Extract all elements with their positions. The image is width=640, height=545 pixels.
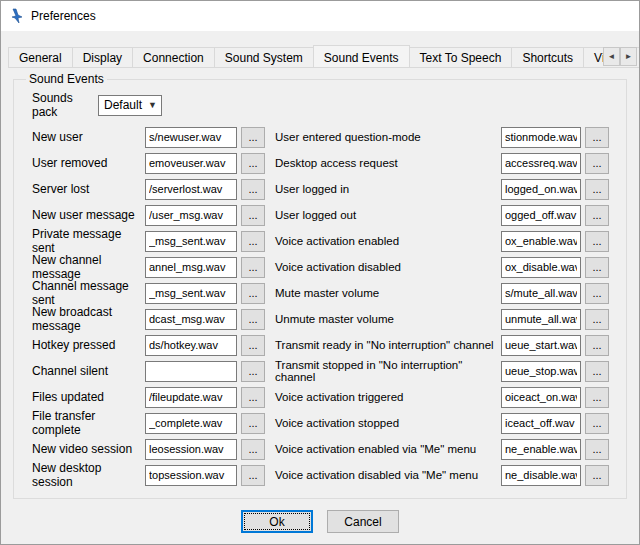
sound-event-row: Mute master volume... — [275, 280, 609, 306]
sounds-pack-select[interactable]: Default ▼ — [98, 95, 162, 116]
tab-general[interactable]: General — [8, 47, 73, 67]
sound-event-row: User removed... — [32, 150, 265, 176]
ok-button[interactable]: Ok — [241, 510, 313, 533]
tab-scroll-left-icon[interactable]: ◄ — [603, 47, 620, 66]
sound-event-row: User logged out... — [275, 202, 609, 228]
sound-events-columns: New user...User removed...Server lost...… — [32, 124, 618, 488]
sounds-pack-row: Sounds pack Default ▼ — [32, 90, 618, 120]
sound-file-input[interactable] — [501, 439, 581, 460]
sound-event-label: Transmit stopped in "No interruption" ch… — [275, 359, 501, 383]
browse-button[interactable]: ... — [585, 257, 609, 278]
sound-event-label: Voice activation stopped — [275, 417, 501, 429]
sound-file-input[interactable] — [145, 231, 237, 252]
sound-event-label: Channel message sent — [32, 279, 145, 307]
tab-scroll-buttons: ◄ ► — [603, 47, 637, 66]
sound-file-input[interactable] — [501, 231, 581, 252]
sound-event-label: Server lost — [32, 182, 145, 196]
sound-file-input[interactable] — [501, 127, 581, 148]
sound-file-input[interactable] — [145, 283, 237, 304]
sound-event-row: Transmit stopped in "No interruption" ch… — [275, 358, 609, 384]
sound-file-input[interactable] — [145, 153, 237, 174]
browse-button[interactable]: ... — [585, 465, 609, 486]
sound-file-input[interactable] — [145, 335, 237, 356]
browse-button[interactable]: ... — [585, 361, 609, 382]
browse-button[interactable]: ... — [585, 335, 609, 356]
sound-events-groupbox: Sound Events Sounds pack Default ▼ New u… — [13, 72, 627, 499]
sound-event-label: User logged out — [275, 209, 501, 221]
sound-event-row: User entered question-mode... — [275, 124, 609, 150]
browse-button[interactable]: ... — [585, 153, 609, 174]
sound-file-input[interactable] — [501, 205, 581, 226]
tab-display[interactable]: Display — [72, 47, 133, 67]
browse-button[interactable]: ... — [585, 309, 609, 330]
sound-event-label: Channel silent — [32, 364, 145, 378]
sound-event-row: Voice activation stopped... — [275, 410, 609, 436]
browse-button[interactable]: ... — [241, 283, 265, 304]
sound-file-input[interactable] — [145, 257, 237, 278]
browse-button[interactable]: ... — [585, 439, 609, 460]
browse-button[interactable]: ... — [241, 257, 265, 278]
browse-button[interactable]: ... — [585, 413, 609, 434]
sound-file-input[interactable] — [145, 205, 237, 226]
sound-file-input[interactable] — [145, 439, 237, 460]
sound-event-row: Channel message sent... — [32, 280, 265, 306]
sound-file-input[interactable] — [145, 179, 237, 200]
browse-button[interactable]: ... — [585, 127, 609, 148]
browse-button[interactable]: ... — [585, 179, 609, 200]
sound-events-right-column: User entered question-mode...Desktop acc… — [275, 124, 609, 488]
sound-file-input[interactable] — [145, 309, 237, 330]
sound-event-label: Voice activation disabled — [275, 261, 501, 273]
sound-file-input[interactable] — [501, 179, 581, 200]
sound-event-row: New user... — [32, 124, 265, 150]
browse-button[interactable]: ... — [585, 283, 609, 304]
chevron-down-icon: ▼ — [148, 100, 161, 110]
sound-file-input[interactable] — [145, 413, 237, 434]
sound-event-label: Desktop access request — [275, 157, 501, 169]
sound-event-row: New user message... — [32, 202, 265, 228]
sound-event-label: Voice activation enabled — [275, 235, 501, 247]
sound-file-input[interactable] — [145, 127, 237, 148]
browse-button[interactable]: ... — [241, 465, 265, 486]
sound-event-label: Files updated — [32, 390, 145, 404]
browse-button[interactable]: ... — [241, 309, 265, 330]
sound-event-label: Private message sent — [32, 227, 145, 255]
tab-sound-events[interactable]: Sound Events — [313, 45, 410, 68]
tab-connection[interactable]: Connection — [132, 47, 215, 67]
browse-button[interactable]: ... — [585, 387, 609, 408]
tab-scroll-right-icon[interactable]: ► — [620, 47, 637, 66]
sound-event-row: Voice activation triggered... — [275, 384, 609, 410]
sound-file-input[interactable] — [501, 387, 581, 408]
browse-button[interactable]: ... — [241, 413, 265, 434]
browse-button[interactable]: ... — [241, 205, 265, 226]
browse-button[interactable]: ... — [241, 361, 265, 382]
sound-event-label: User entered question-mode — [275, 131, 501, 143]
sound-file-input[interactable] — [501, 153, 581, 174]
sound-file-input[interactable] — [145, 465, 237, 486]
sound-event-label: Mute master volume — [275, 287, 501, 299]
sound-event-label: Unmute master volume — [275, 313, 501, 325]
browse-button[interactable]: ... — [241, 335, 265, 356]
sound-file-input[interactable] — [501, 335, 581, 356]
tab-text-to-speech[interactable]: Text To Speech — [409, 47, 513, 67]
tab-sound-system[interactable]: Sound System — [214, 47, 314, 67]
sound-event-row: New video session... — [32, 436, 265, 462]
browse-button[interactable]: ... — [241, 231, 265, 252]
cancel-button[interactable]: Cancel — [327, 510, 399, 533]
browse-button[interactable]: ... — [585, 231, 609, 252]
browse-button[interactable]: ... — [585, 205, 609, 226]
sound-file-input[interactable] — [501, 361, 581, 382]
browse-button[interactable]: ... — [241, 127, 265, 148]
browse-button[interactable]: ... — [241, 179, 265, 200]
sound-file-input[interactable] — [501, 465, 581, 486]
browse-button[interactable]: ... — [241, 439, 265, 460]
browse-button[interactable]: ... — [241, 153, 265, 174]
sound-file-input[interactable] — [145, 361, 237, 382]
sound-file-input[interactable] — [145, 387, 237, 408]
sound-event-label: New desktop session — [32, 461, 145, 489]
sound-file-input[interactable] — [501, 283, 581, 304]
sound-file-input[interactable] — [501, 309, 581, 330]
sound-file-input[interactable] — [501, 413, 581, 434]
browse-button[interactable]: ... — [241, 387, 265, 408]
tab-shortcuts[interactable]: Shortcuts — [511, 47, 584, 67]
sound-file-input[interactable] — [501, 257, 581, 278]
